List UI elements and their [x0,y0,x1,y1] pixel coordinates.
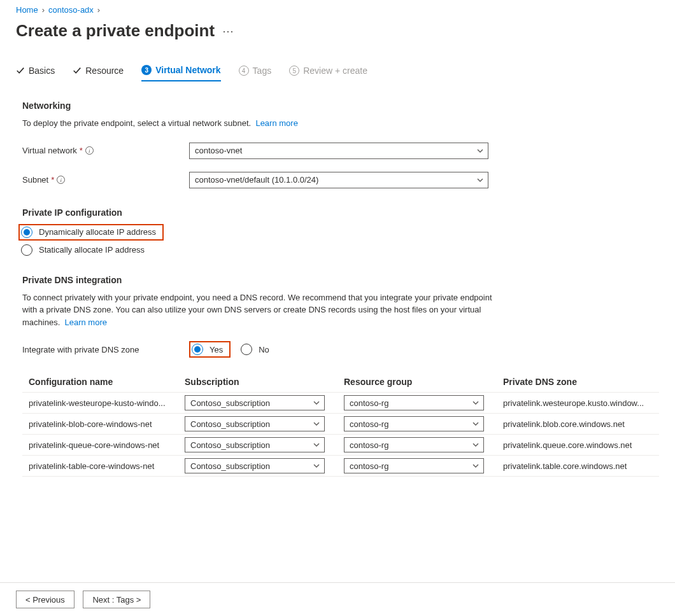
select-value: Contoso_subscription [190,461,270,471]
chevron-down-icon [476,147,484,155]
tab-resource[interactable]: Resource [73,66,124,81]
section-networking: Networking To deploy the private endpoin… [16,101,659,188]
radio-integrate-no[interactable]: No [241,344,269,355]
tab-basics[interactable]: Basics [16,66,55,81]
chevron-down-icon [313,462,320,470]
radio-dynamic-ip[interactable]: Dynamically allocate IP address [21,227,156,238]
select-value: contoso-rg [350,419,388,429]
radio-icon [192,344,203,355]
step-number-icon: 4 [239,66,249,76]
cell-config-name: privatelink-blob-core-windows-net [22,414,178,435]
check-icon [73,66,82,75]
highlight-box: Yes [189,341,231,358]
radio-label: Yes [210,345,223,354]
chevron-down-icon [472,462,480,470]
required-indicator: * [51,175,54,185]
section-desc: To deploy the private endpoint, select a… [22,117,494,130]
chevron-down-icon [313,420,320,428]
select-value: Contoso_subscription [190,440,270,450]
select-resource-group[interactable]: contoso-rg [344,395,484,410]
select-virtual-network[interactable]: contoso-vnet [189,143,488,159]
tab-tags[interactable]: 4 Tags [239,66,272,81]
learn-more-link[interactable]: Learn more [255,118,297,128]
tab-virtual-network[interactable]: 3 Virtual Network [141,65,220,81]
chevron-right-icon: › [97,5,100,15]
breadcrumb: Home › contoso-adx › [16,5,659,15]
step-number-icon: 5 [289,66,299,76]
select-subnet[interactable]: contoso-vnet/default (10.1.0.0/24) [189,172,488,188]
section-heading: Private DNS integration [22,275,659,285]
section-private-ip: Private IP configuration Dynamically all… [16,207,659,256]
label-text: Virtual network [22,146,77,155]
radio-icon [241,344,252,355]
chevron-right-icon: › [42,5,45,15]
cell-config-name: privatelink-table-core-windows-net [22,456,178,477]
select-value: Contoso_subscription [190,419,270,429]
radio-static-ip[interactable]: Statically allocate IP address [21,244,659,256]
radio-label: No [259,345,269,354]
cell-config-name: privatelink-westeurope-kusto-windo... [22,393,178,414]
tab-label: Tags [253,66,272,76]
select-subscription[interactable]: Contoso_subscription [185,416,325,431]
info-icon[interactable]: i [85,146,94,155]
page-title: Create a private endpoint [16,21,215,41]
chevron-down-icon [472,420,480,428]
chevron-down-icon [313,441,320,449]
section-desc: To connect privately with your private e… [22,291,494,329]
label-text: Integrate with private DNS zone [22,345,139,354]
select-resource-group[interactable]: contoso-rg [344,458,484,473]
label-integrate-dns: Integrate with private DNS zone [22,345,189,354]
highlight-box: Dynamically allocate IP address [18,224,164,241]
radio-icon [21,227,32,238]
dns-config-table: Configuration name Subscription Resource… [22,372,659,477]
required-indicator: * [80,146,83,155]
cell-private-dns-zone: privatelink.table.core.windows.net [497,456,659,477]
section-heading: Networking [22,101,659,111]
select-resource-group[interactable]: contoso-rg [344,416,484,431]
chevron-down-icon [476,176,484,184]
select-subscription[interactable]: Contoso_subscription [185,458,325,473]
tab-label: Virtual Network [155,65,220,75]
tab-label: Resource [85,66,124,76]
label-text: Subnet [22,175,48,185]
label-subnet: Subnet * i [22,175,189,185]
radio-label: Dynamically allocate IP address [39,227,156,237]
select-value: contoso-rg [350,461,388,471]
info-icon[interactable]: i [57,176,65,184]
select-value: contoso-vnet [195,146,242,155]
table-row: privatelink-table-core-windows-netContos… [22,456,659,477]
select-resource-group[interactable]: contoso-rg [344,437,484,452]
cell-private-dns-zone: privatelink.blob.core.windows.net [497,414,659,435]
table-row: privatelink-queue-core-windows-netContos… [22,435,659,456]
radio-integrate-yes[interactable]: Yes [192,344,223,355]
breadcrumb-home[interactable]: Home [16,5,38,15]
section-heading: Private IP configuration [22,207,659,218]
select-value: contoso-rg [350,440,388,450]
col-config-name: Configuration name [22,372,178,393]
tab-review-create[interactable]: 5 Review + create [289,66,367,81]
col-resource-group: Resource group [338,372,497,393]
select-subscription[interactable]: Contoso_subscription [185,395,325,410]
label-virtual-network: Virtual network * i [22,146,189,155]
tab-label: Review + create [303,66,367,76]
chevron-down-icon [472,399,480,407]
table-row: privatelink-westeurope-kusto-windo...Con… [22,393,659,414]
more-icon[interactable]: ⋯ [222,24,235,38]
select-subscription[interactable]: Contoso_subscription [185,437,325,452]
chevron-down-icon [313,399,320,407]
step-number-icon: 3 [141,65,152,75]
cell-private-dns-zone: privatelink.westeurope.kusto.window... [497,393,659,414]
breadcrumb-cluster[interactable]: contoso-adx [48,5,94,15]
learn-more-link[interactable]: Learn more [64,318,106,327]
select-value: contoso-vnet/default (10.1.0.0/24) [195,175,318,185]
cell-config-name: privatelink-queue-core-windows-net [22,435,178,456]
radio-icon [21,244,32,256]
wizard-tabs: Basics Resource 3 Virtual Network 4 Tags… [16,65,659,81]
tab-label: Basics [29,66,55,76]
table-row: privatelink-blob-core-windows-netContoso… [22,414,659,435]
check-icon [16,66,25,75]
radio-label: Statically allocate IP address [39,245,145,255]
section-private-dns: Private DNS integration To connect priva… [16,275,659,477]
select-value: contoso-rg [350,398,388,408]
col-private-dns-zone: Private DNS zone [497,372,659,393]
